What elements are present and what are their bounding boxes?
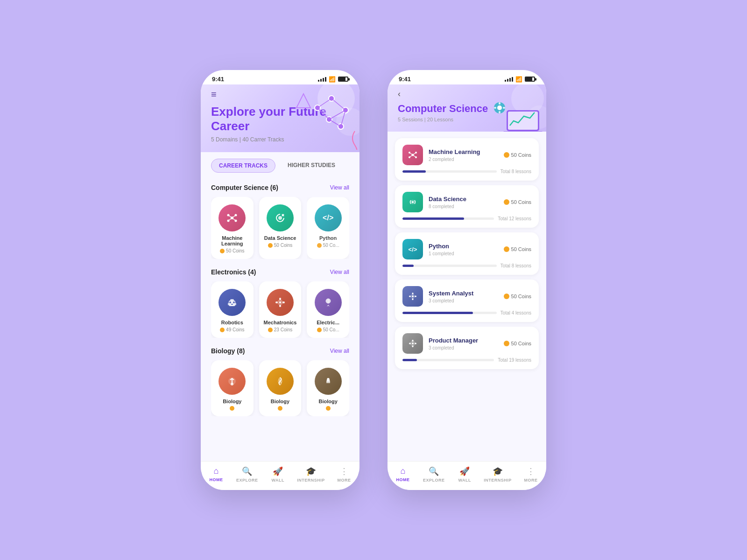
bio3-coins xyxy=(326,406,331,411)
section-electronics: Electronics (4) View all xyxy=(201,262,359,341)
ml-info: Machine Learning 2 completed xyxy=(429,148,498,162)
tab-career-tracks[interactable]: CAREER TRACKS xyxy=(211,159,275,173)
card-bio3[interactable]: Biology xyxy=(307,360,349,416)
sa-course-name: System Analyst xyxy=(429,290,498,297)
course-ml-icon xyxy=(402,145,423,165)
more-icon-2: ⋮ xyxy=(527,466,535,476)
svg-line-20 xyxy=(232,215,236,218)
nav-explore-2[interactable]: 🔍 EXPLORE xyxy=(422,466,445,483)
python-coins-badge: 50 Coins xyxy=(504,246,531,252)
tab-higher-studies[interactable]: HIGHER STUDIES xyxy=(280,159,343,173)
nav-wall-1[interactable]: 🚀 WALL xyxy=(266,466,289,483)
ml-coins-text: 50 Coins xyxy=(226,248,244,253)
python-coins: 50 Co... xyxy=(317,243,339,248)
ml-name: Machine Learning xyxy=(216,235,249,246)
course-python-icon: </> xyxy=(402,239,423,259)
course-card-python[interactable]: </> Python 1 completed 50 Coins T xyxy=(395,232,539,275)
svg-rect-74 xyxy=(412,340,414,342)
detail-header-decoration xyxy=(472,84,546,132)
robotics-coins-text: 49 Coins xyxy=(226,327,244,332)
more-icon-1: ⋮ xyxy=(340,466,348,476)
nav-wall-2[interactable]: 🚀 WALL xyxy=(453,466,476,483)
ml-progress-bg xyxy=(402,170,497,173)
ml-coins-badge: 50 Coins xyxy=(504,152,531,158)
nav-more-2[interactable]: ⋮ MORE xyxy=(519,466,543,483)
ds-course-name: Data Science xyxy=(429,196,498,203)
ds-progress-fill xyxy=(402,217,464,220)
bottom-nav-2: ⌂ HOME 🔍 EXPLORE 🚀 WALL 🎓 INTERNSHIP ⋮ M… xyxy=(388,461,546,490)
svg-point-23 xyxy=(278,216,282,220)
python-completed: 1 completed xyxy=(429,251,498,256)
sa-coin-sm xyxy=(504,294,509,299)
bottom-nav-1: ⌂ HOME 🔍 EXPLORE 🚀 WALL 🎓 INTERNSHIP ⋮ M… xyxy=(201,461,359,490)
svg-rect-52 xyxy=(499,111,500,113)
course-card-sa[interactable]: System Analyst 3 completed 50 Coins Tota… xyxy=(395,280,539,322)
nav-explore-1[interactable]: 🔍 EXPLORE xyxy=(235,466,259,483)
signal-icon xyxy=(318,77,326,82)
card-mechatronics[interactable]: Mechatronics 23 Coins xyxy=(259,281,302,338)
view-all-cs[interactable]: View all xyxy=(330,184,349,191)
ds-icon xyxy=(267,204,294,231)
python-progress-bg xyxy=(402,265,497,267)
electric-name: Electric... xyxy=(317,320,339,325)
battery-icon xyxy=(338,77,348,82)
ds-coins-val: 50 Coins xyxy=(511,199,531,205)
bio1-coins xyxy=(230,406,234,411)
ds-total-lessons: Total 12 lessons xyxy=(498,216,531,221)
svg-rect-69 xyxy=(412,298,414,300)
course-card-ml[interactable]: Machine Learning 2 completed 50 Coins To… xyxy=(395,138,539,181)
back-button[interactable]: ‹ xyxy=(398,89,401,99)
card-bio1[interactable]: Biology xyxy=(211,360,254,416)
course-card-ds[interactable]: Data Science 8 completed 50 Coins Total … xyxy=(395,185,539,228)
ds-coins: 50 Coins xyxy=(268,243,292,248)
header-decoration xyxy=(285,84,359,150)
svg-point-67 xyxy=(412,295,414,297)
electric-coins-text: 50 Co... xyxy=(323,327,339,332)
home-label-1: HOME xyxy=(210,477,223,482)
electric-coin-dot xyxy=(317,328,322,332)
nav-internship-1[interactable]: 🎓 INTERNSHIP xyxy=(297,466,325,483)
cs-cards-row: Machine Learning 50 Coins xyxy=(211,197,349,259)
section-title-elec: Electronics (4) xyxy=(211,268,256,276)
ds-coins-text: 50 Coins xyxy=(274,243,292,248)
pm-total-lessons: Total 19 lessons xyxy=(498,357,531,363)
course-ds-icon xyxy=(402,192,423,212)
svg-point-73 xyxy=(412,343,414,344)
svg-rect-36 xyxy=(282,301,285,303)
ml-course-name: Machine Learning xyxy=(429,148,498,155)
course-card-top-ds: Data Science 8 completed 50 Coins xyxy=(402,192,531,212)
ml-coins: 50 Coins xyxy=(220,248,244,253)
view-all-elec[interactable]: View all xyxy=(330,269,349,275)
nav-more-1[interactable]: ⋮ MORE xyxy=(332,466,356,483)
bio1-icon xyxy=(218,368,246,395)
bio2-coin-dot xyxy=(278,406,282,411)
bio3-coin-dot xyxy=(326,406,331,411)
svg-line-62 xyxy=(409,155,413,157)
ml-coin-sm xyxy=(504,152,509,158)
card-data-science[interactable]: Data Science 50 Coins xyxy=(259,197,302,259)
section-header-elec: Electronics (4) View all xyxy=(211,268,349,276)
ds-coin-sm xyxy=(504,199,509,205)
card-python[interactable]: </> Python 50 Co... xyxy=(307,197,349,259)
pm-course-name: Product Manager xyxy=(429,337,498,344)
course-card-pm[interactable]: Product Manager 3 completed 50 Coins Tot… xyxy=(395,327,539,369)
wall-icon-1: 🚀 xyxy=(273,466,283,476)
svg-rect-76 xyxy=(409,343,411,344)
python-course-name: Python xyxy=(429,243,498,250)
ml-icon xyxy=(218,204,246,231)
nav-internship-2[interactable]: 🎓 INTERNSHIP xyxy=(484,466,512,483)
card-electric[interactable]: Electric... 50 Co... xyxy=(307,281,349,338)
course-pm-icon xyxy=(402,333,423,354)
svg-point-26 xyxy=(233,301,235,303)
nav-home-2[interactable]: ⌂ HOME xyxy=(391,466,415,483)
wall-label-2: WALL xyxy=(458,478,471,483)
nav-home-1[interactable]: ⌂ HOME xyxy=(204,466,228,483)
svg-line-61 xyxy=(413,153,416,155)
python-progress-row: Total 8 lessons xyxy=(402,263,531,268)
card-machine-learning[interactable]: Machine Learning 50 Coins xyxy=(211,197,254,259)
card-bio2[interactable]: Biology xyxy=(259,360,302,416)
svg-rect-71 xyxy=(415,296,416,297)
svg-rect-30 xyxy=(235,303,236,305)
view-all-bio[interactable]: View all xyxy=(330,348,349,354)
card-robotics[interactable]: Robotics 49 Coins xyxy=(211,281,254,338)
